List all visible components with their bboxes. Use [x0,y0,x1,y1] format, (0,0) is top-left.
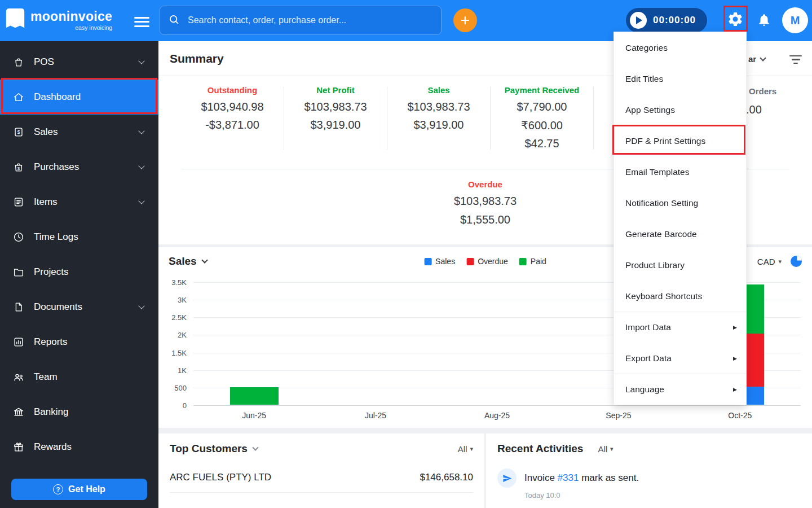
help-icon: ? [53,484,63,494]
y-axis-label: 3K [178,296,187,304]
sidebar-item-rewards[interactable]: Rewards [0,430,158,465]
x-axis-label: Sep-25 [606,411,631,420]
sidebar-item-time-logs[interactable]: Time Logs [0,220,158,255]
legend-swatch [424,258,431,265]
chevron-down-icon [138,303,144,309]
menu-item-edit-titles[interactable]: Edit Titles [614,63,746,94]
sidebar-item-team[interactable]: Team [0,360,158,395]
caret-down-icon: ▾ [610,445,614,453]
filter-icon[interactable] [789,55,802,66]
y-axis-label: 1.5K [171,348,187,357]
gift-icon [12,441,25,453]
customer-row[interactable]: ARC FUELS (PTY) LTD$146,658.10 [170,465,473,493]
add-button[interactable]: + [453,8,477,32]
svg-text:$: $ [17,129,20,135]
menu-item-import-data[interactable]: Import Data▶ [614,312,746,343]
sidebar-item-sales[interactable]: $Sales [0,115,158,150]
top-customers-filter[interactable]: All ▾ [458,444,473,454]
top-customers-title-label: Top Customers [170,443,248,455]
clock-icon [12,231,25,243]
hamburger-menu-icon[interactable] [134,14,149,29]
play-icon[interactable] [630,12,647,29]
settings-gear-icon[interactable] [727,11,744,30]
brand[interactable]: mooninvoice easy invoicing [6,8,112,32]
sidebar-item-pos[interactable]: POS [0,45,158,80]
submenu-arrow-icon: ▶ [733,356,737,361]
search-bar[interactable] [160,6,442,35]
submenu-arrow-icon: ▶ [733,387,737,392]
menu-item-label: Edit Titles [625,74,663,84]
get-help-button[interactable]: ? Get Help [11,479,147,500]
sidebar-item-purchases[interactable]: $Purchases [0,150,158,185]
chevron-down-icon [760,55,766,61]
legend-label: Paid [531,257,546,266]
recent-activities-title-label: Recent Activities [497,443,583,455]
submenu-arrow-icon: ▶ [733,325,737,330]
menu-item-app-settings[interactable]: App Settings [614,94,746,125]
sales-chart-title[interactable]: Sales [169,255,207,268]
recent-activities-filter[interactable]: All ▾ [598,444,613,454]
legend-item-overdue: Overdue [466,257,508,266]
x-axis-label: Jun-25 [242,411,266,420]
x-axis-label: Jul-25 [365,411,386,420]
summary-card-outstanding: Outstanding$103,940.98-$3,871.00 [181,85,284,137]
sidebar-item-label: Items [34,196,58,208]
sidebar-item-reports[interactable]: Reports [0,325,158,360]
summary-card-orders-label: Orders [749,86,776,96]
y-axis-label: 0 [183,401,187,410]
sidebar-item-projects[interactable]: Projects [0,255,158,290]
legend-swatch [519,258,527,265]
activity-item: Invoice #331 mark as sent. [497,468,801,488]
menu-item-categories[interactable]: Categories [614,32,746,63]
y-axis-label: 2K [178,331,187,339]
svg-text:$: $ [17,166,20,171]
search-icon [168,14,180,28]
menu-item-label: Email Templates [625,167,689,177]
avatar[interactable]: M [782,7,808,33]
menu-item-pdf-print-settings[interactable]: PDF & Print Settings [614,125,746,156]
summary-card-label: Payment Received [491,85,593,95]
caret-down-icon: ▾ [778,258,782,265]
pie-chart-icon[interactable] [789,255,803,270]
y-axis-label: 500 [174,383,187,392]
menu-item-keyboard-shortcuts[interactable]: Keyboard Shortcuts [614,281,746,312]
menu-item-generate-barcode[interactable]: Generate Barcode [614,218,746,249]
sidebar-item-dashboard[interactable]: Dashboard [0,80,158,115]
settings-menu: CategoriesEdit TitlesApp SettingsPDF & P… [614,32,747,405]
invoice-link[interactable]: #331 [558,472,579,483]
bottom-row: Top Customers All ▾ ARC FUELS (PTY) LTD$… [158,433,812,508]
currency-selector[interactable]: CAD ▾ [757,257,782,266]
currency-label: CAD [757,257,775,266]
menu-item-notification-setting[interactable]: Notification Setting [614,187,746,218]
menu-item-product-library[interactable]: Product Library [614,249,746,281]
menu-item-language[interactable]: Language▶ [614,374,746,405]
summary-card-value: $42.75 [491,137,593,150]
menu-item-export-data[interactable]: Export Data▶ [614,343,746,374]
sidebar-item-label: POS [34,56,54,68]
sidebar-item-label: Reports [34,336,68,348]
recent-activities-title: Recent Activities [497,443,583,455]
top-customers-list: ARC FUELS (PTY) LTD$146,658.10 [170,465,473,493]
summary-card-label: Outstanding [181,85,284,95]
sidebar-item-banking[interactable]: Banking [0,395,158,430]
sidebar-item-label: Time Logs [34,231,78,243]
recent-activities-panel: Recent Activities All ▾ Invoice #331 mar… [486,433,812,508]
menu-item-label: Export Data [625,353,672,364]
timer-widget[interactable]: 00:00:00 [626,8,707,33]
sidebar-item-items[interactable]: Items [0,185,158,220]
menu-item-email-templates[interactable]: Email Templates [614,156,746,187]
period-selector[interactable]: ar [748,54,765,64]
top-customers-title[interactable]: Top Customers [170,443,258,455]
sidebar-item-label: Sales [34,126,58,138]
chart-bar-jun-25[interactable] [230,387,279,405]
summary-card-value: $103,940.98 [181,100,284,113]
caret-down-icon: ▾ [470,445,473,453]
sidebar-item-documents[interactable]: Documents [0,290,158,325]
notifications-bell-icon[interactable] [757,12,771,29]
team-icon [12,371,25,383]
activity-suffix: mark as sent. [579,472,639,483]
bar-segment-paid[interactable] [230,387,279,405]
menu-item-label: Import Data [625,322,671,332]
summary-card-label: Net Profit [284,85,387,95]
search-input[interactable] [187,15,433,26]
